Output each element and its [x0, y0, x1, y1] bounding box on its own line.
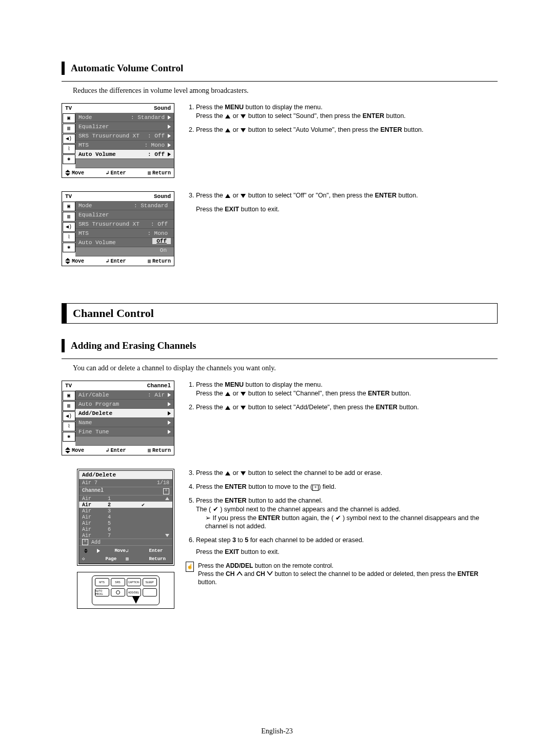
sound-icon: ◀) [63, 222, 75, 232]
plus-icon: + [312, 485, 319, 491]
step-2: Press the or button to select "Auto Volu… [196, 126, 498, 134]
menu-item[interactable]: Auto Volume: Off [75, 238, 174, 247]
return-icon: ▥ [126, 556, 148, 562]
antenna-icon: ⌇ [63, 144, 75, 154]
scroll-down-icon [165, 534, 169, 537]
up-icon [225, 406, 230, 410]
page: Automatic Volume Control Reduces the dif… [0, 0, 554, 756]
heading-bar-icon [62, 339, 65, 352]
menu-item[interactable]: MTS: Mono [75, 229, 174, 238]
antenna-icon: ⌇ [63, 422, 75, 431]
setup-icon: ✱ [63, 243, 75, 252]
check-icon: ✔ [213, 505, 219, 514]
avc-description: Reduces the differences in volume level … [73, 87, 498, 95]
addbox-head-left: Air 7 [82, 480, 97, 486]
heading-avc-text: Automatic Volume Control [71, 63, 183, 74]
enter-icon: ↲ [106, 447, 109, 453]
osd-sound-1: TV Sound ▣ ▥ ◀) ⌇ ✱ Mode: Standard Equal… [62, 103, 174, 178]
picture-icon: ▣ [63, 202, 75, 211]
equalizer-icon: ▥ [63, 124, 75, 133]
move-icon [65, 170, 70, 176]
arrow-right-icon [168, 134, 171, 138]
osd-tv-label: TV [65, 193, 72, 200]
heading-channel-control: Channel Control [62, 303, 498, 324]
osd-title-sound: Sound [154, 193, 171, 200]
menu-item-selected[interactable]: Add/Delete [75, 409, 174, 418]
remote-btn-mts: MTS [95, 578, 109, 586]
down-icon [241, 114, 246, 118]
list-item[interactable]: Air4 [79, 514, 172, 520]
row-osd3: TV Channel ▣ ▥ ◀) ⌇ ✱ Air/Cable: Air Aut… [62, 381, 498, 462]
ch-up-icon [236, 571, 243, 576]
sub-note: ➢ If you press the ENTER button again, t… [205, 514, 498, 531]
osd-tv-label: TV [65, 105, 72, 111]
menu-item[interactable]: Equalizer [75, 210, 174, 220]
step-5: Press the ENTER button to add the channe… [196, 496, 498, 531]
return-icon: ▥ [148, 170, 151, 176]
osd-title-sound: Sound [154, 105, 171, 111]
sound-icon: ◀) [63, 134, 75, 144]
menu-item[interactable]: Mode: Standard [75, 113, 174, 122]
list-item[interactable]: Air5 [79, 520, 172, 526]
up-icon [225, 114, 230, 118]
scroll-up-icon [165, 497, 169, 500]
setup-icon: ✱ [63, 154, 75, 164]
addbox-title: Add/Delete [79, 471, 172, 479]
heading-add-erase: Adding and Erasing Channels [62, 339, 498, 352]
equalizer-icon: ▥ [63, 401, 75, 411]
menu-item-on[interactable]: On [75, 247, 174, 256]
remote-btn-rec [111, 588, 125, 596]
menu-item-selected[interactable]: Auto Volume: Off [75, 150, 174, 159]
arrow-right-icon [168, 115, 171, 120]
list-item[interactable]: Air1 [79, 495, 172, 502]
arrow-right-icon [168, 143, 171, 147]
move-icon [84, 549, 93, 553]
menu-item[interactable]: MTS: Mono [75, 141, 174, 150]
down-icon [241, 392, 246, 396]
step-3: Press the or button to select the channe… [196, 469, 498, 478]
menu-item[interactable]: Auto Program [75, 400, 174, 409]
up-icon [225, 392, 230, 396]
osd-tv-label: TV [65, 383, 72, 389]
option-on[interactable]: On [156, 247, 171, 253]
plus-icon: + [82, 539, 88, 545]
remote-illustration: MTS SRS CAPTION SLEEP AUTO PROG. ADD/DEL [77, 572, 174, 609]
heading-channel-control-text: Channel Control [73, 307, 154, 320]
return-icon: ▥ [148, 258, 151, 264]
list-item[interactable]: Air3 [79, 508, 172, 514]
down-icon [241, 194, 246, 198]
list-item-selected[interactable]: Air2✔ [79, 502, 172, 508]
steps-add-part2: Press the or button to select the channe… [186, 469, 498, 556]
down-icon [241, 406, 246, 410]
arrow-right-icon [168, 411, 171, 415]
page-footer: English-23 [0, 727, 554, 735]
divider [62, 359, 498, 359]
list-item[interactable]: Air6 [79, 526, 172, 532]
arrow-right-icon [168, 430, 171, 434]
menu-item[interactable]: Mode: Standard [75, 201, 174, 210]
menu-item[interactable]: Equalizer [75, 122, 174, 131]
step-6: Repeat step 3 to 5 for each channel to b… [196, 536, 498, 556]
down-icon [241, 128, 246, 132]
addbox-list: Air1 Air2✔ Air3 Air4 Air5 Air6 Air7 [79, 495, 172, 539]
menu-item[interactable]: Air/Cable: Air [75, 390, 174, 400]
menu-item[interactable]: Name [75, 418, 174, 427]
addbox-head-right: 1/18 [157, 480, 169, 486]
list-item[interactable]: Air7 [79, 532, 172, 539]
remote-note: ☝ Press the ADD/DEL button on the remote… [186, 562, 498, 587]
check-icon: ✔ [335, 514, 341, 523]
menu-item[interactable]: Fine Tune [75, 427, 174, 436]
menu-item[interactable]: SRS Trusurround XT: Off [75, 131, 174, 141]
up-icon [225, 194, 230, 198]
menu-item[interactable]: SRS Trusurround XT: Off [75, 220, 174, 229]
addbox-col-channel: Channel [82, 488, 118, 494]
ch-down-icon [267, 571, 273, 576]
antenna-icon: ⌇ [63, 232, 75, 242]
equalizer-icon: ▥ [63, 212, 75, 222]
menu-item-empty [75, 159, 174, 168]
divider [62, 81, 498, 82]
step-1: Press the MENU button to display the men… [196, 103, 498, 121]
step-4: Press the ENTER button to move to the (+… [196, 483, 498, 491]
sound-icon: ◀) [63, 411, 75, 421]
option-off[interactable]: Off [152, 238, 171, 244]
